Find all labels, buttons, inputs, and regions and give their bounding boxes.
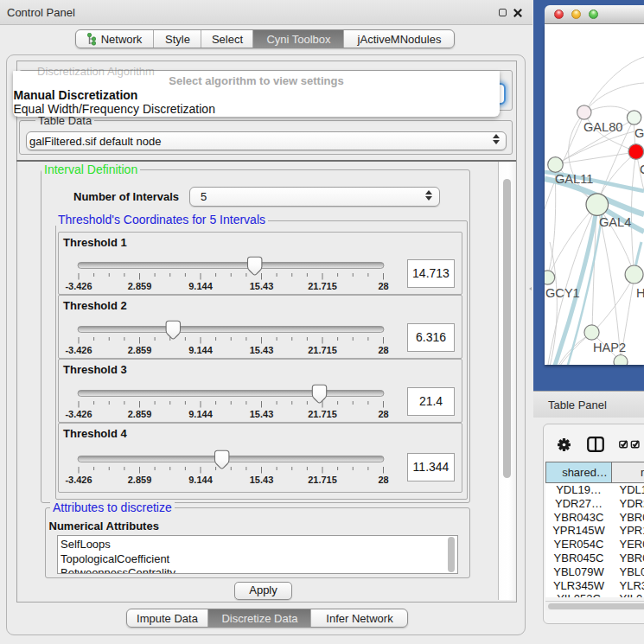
svg-text:21.715: 21.715: [308, 345, 337, 355]
svg-text:15.43: 15.43: [250, 409, 274, 419]
svg-text:28: 28: [378, 409, 388, 419]
svg-text:15.43: 15.43: [250, 281, 274, 291]
svg-text:GAL80: GAL80: [583, 120, 622, 134]
svg-text:28: 28: [378, 281, 388, 291]
svg-text:CCC: CCC: [640, 163, 644, 176]
svg-text:9.144: 9.144: [188, 281, 213, 291]
svg-text:HAP2: HAP2: [593, 341, 626, 354]
svg-text:2.859: 2.859: [128, 345, 152, 355]
svg-text:9.144: 9.144: [188, 409, 213, 419]
svg-text:28: 28: [378, 475, 388, 485]
svg-text:-3.426: -3.426: [65, 409, 92, 419]
svg-text:15.43: 15.43: [250, 345, 274, 355]
svg-text:9.144: 9.144: [188, 475, 213, 485]
svg-text:21.715: 21.715: [308, 409, 337, 419]
svg-text:15.43: 15.43: [250, 475, 274, 485]
svg-text:2.859: 2.859: [128, 475, 152, 485]
svg-text:GAL1: GAL1: [634, 126, 644, 140]
svg-text:-3.426: -3.426: [65, 281, 92, 291]
svg-text:-3.426: -3.426: [65, 475, 92, 485]
svg-text:2.859: 2.859: [128, 281, 152, 291]
svg-text:GAL4: GAL4: [599, 215, 631, 229]
svg-text:28: 28: [378, 345, 388, 355]
svg-text:9.144: 9.144: [188, 345, 213, 355]
svg-text:21.715: 21.715: [308, 281, 337, 291]
svg-text:HIS: HIS: [636, 286, 644, 300]
svg-text:2.859: 2.859: [128, 409, 152, 419]
svg-text:GCY1: GCY1: [545, 286, 580, 300]
svg-text:21.715: 21.715: [308, 475, 337, 485]
svg-text:-3.426: -3.426: [65, 345, 92, 355]
svg-text:GAL11: GAL11: [555, 172, 593, 186]
